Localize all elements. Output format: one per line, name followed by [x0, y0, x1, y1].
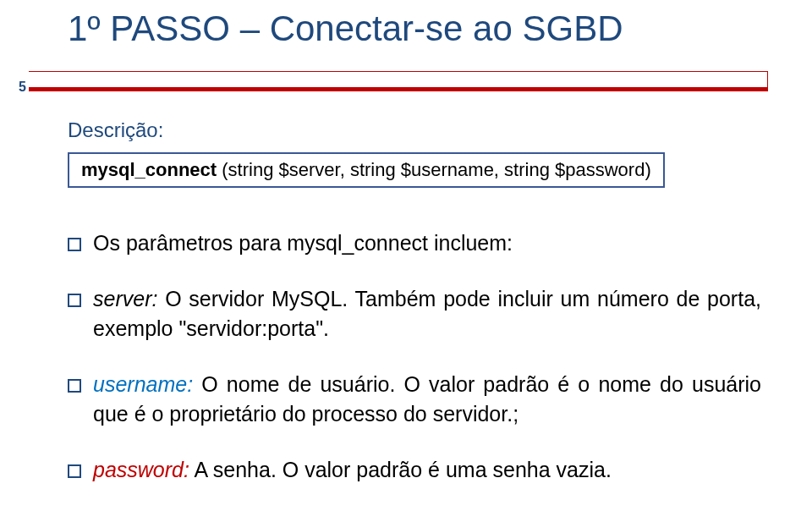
item-text: O servidor MySQL. Também pode incluir um…	[93, 287, 761, 341]
list-item: username: O nome de usuário. O valor pad…	[68, 370, 761, 430]
content-list: Os parâmetros para mysql_connect incluem…	[68, 228, 761, 510]
subtitle: Descrição:	[68, 118, 163, 142]
page-title: 1º PASSO – Conectar-se ao SGBD	[68, 8, 623, 49]
item-label: username:	[93, 372, 193, 396]
item-label: password:	[93, 458, 189, 481]
item-label: server:	[93, 287, 157, 310]
item-text: O nome de usuário. O valor padrão é o no…	[93, 372, 761, 426]
page-number: 5	[19, 80, 26, 95]
list-item: Os parâmetros para mysql_connect incluem…	[68, 228, 761, 259]
item-text: A senha. O valor padrão é uma senha vazi…	[189, 458, 612, 481]
list-item: password: A senha. O valor padrão é uma …	[68, 455, 761, 486]
list-item: server: O servidor MySQL. Também pode in…	[68, 284, 761, 344]
item-text: Os parâmetros para mysql_connect incluem…	[93, 231, 513, 255]
code-signature-box: mysql_connect (string $server, string $u…	[68, 152, 665, 188]
title-underline	[29, 71, 768, 91]
code-sig: (string $server, string $username, strin…	[217, 159, 651, 180]
code-fn: mysql_connect	[81, 159, 217, 180]
